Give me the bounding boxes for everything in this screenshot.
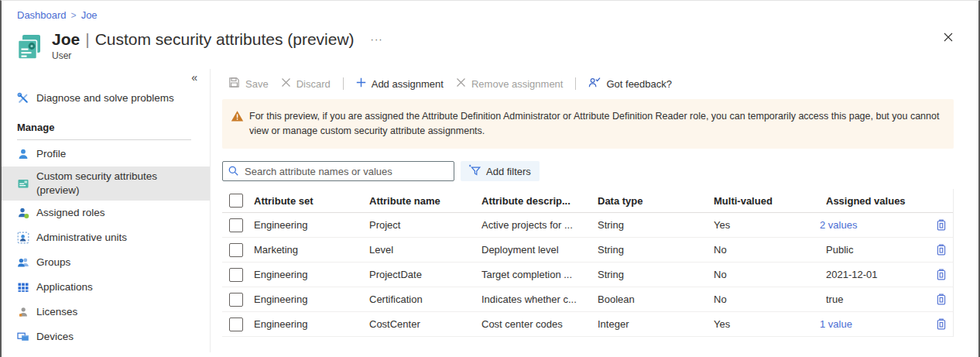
delete-assignment-button[interactable]: [934, 318, 948, 331]
trash-icon: [935, 222, 947, 234]
got-feedback-label: Got feedback?: [606, 78, 672, 90]
preview-warning-banner: For this preview, if you are assigned th…: [222, 99, 954, 149]
cell-attribute-description: Active projects for ...: [481, 219, 598, 231]
column-header-attribute-description: Attribute descrip...: [481, 195, 598, 207]
got-feedback-button[interactable]: Got feedback?: [582, 74, 678, 94]
sidebar-item-label: Devices: [36, 330, 74, 344]
delete-assignment-button[interactable]: [934, 218, 948, 232]
cell-data-type: Boolean: [598, 293, 714, 305]
add-filters-label: Add filters: [486, 166, 531, 177]
cell-attribute-set: Engineering: [254, 318, 369, 330]
discard-x-icon: [281, 77, 291, 90]
table-row: Engineering CostCenter Cost center codes…: [222, 312, 953, 337]
delete-assignment-button[interactable]: [934, 243, 948, 257]
cell-attribute-set: Engineering: [254, 293, 369, 305]
sidebar-item-groups[interactable]: Groups: [2, 250, 210, 275]
sidebar-item-diagnose[interactable]: Diagnose and solve problems: [2, 86, 210, 111]
breadcrumb-dashboard[interactable]: Dashboard: [17, 9, 67, 21]
feedback-person-icon: [588, 77, 601, 91]
table-row: Engineering ProjectDate Target completio…: [222, 263, 953, 287]
filter-row: Add filters: [222, 161, 954, 181]
cell-multi-valued: Yes: [714, 219, 826, 231]
sidebar-item-custom-security-attributes[interactable]: Custom security attributes (preview): [2, 166, 210, 201]
cell-attribute-description: Indicates whether c...: [481, 293, 598, 305]
cell-attribute-name: ProjectDate: [369, 269, 481, 280]
collapse-sidebar-button[interactable]: «: [2, 72, 210, 84]
cell-assigned-values: true: [826, 293, 934, 305]
toolbar-divider: [343, 77, 344, 90]
attributes-doc-icon: [17, 177, 29, 190]
devices-icon: [17, 331, 29, 343]
cell-attribute-name: CostCenter: [369, 318, 481, 330]
search-icon: [228, 165, 239, 180]
save-label: Save: [245, 78, 269, 90]
cell-multi-valued: No: [714, 293, 826, 305]
sidebar-item-label: Custom security attributes (preview): [36, 170, 195, 197]
save-icon: [228, 77, 240, 91]
row-checkbox[interactable]: [229, 293, 243, 307]
warning-triangle-icon: [231, 110, 244, 139]
close-icon: [943, 33, 954, 45]
table-row: Engineering Certification Indicates whet…: [222, 287, 953, 312]
searchbox: [222, 161, 454, 181]
licenses-icon: [17, 306, 29, 318]
add-assignment-label: Add assignment: [372, 78, 444, 90]
remove-assignment-label: Remove assignment: [471, 78, 564, 90]
cell-multi-valued: No: [714, 244, 826, 256]
assignments-table: Attribute set Attribute name Attribute d…: [222, 189, 954, 337]
sidebar-item-label: Assigned roles: [36, 206, 105, 220]
cell-attribute-description: Cost center codes: [481, 318, 598, 330]
blade-window: Dashboard > Joe Joe | Custom security at…: [0, 0, 980, 357]
assigned-roles-icon: [17, 207, 29, 219]
main-layout: « Diagnose and solve problems Manage: [2, 69, 978, 352]
remove-assignment-button[interactable]: Remove assignment: [450, 74, 570, 93]
sidebar-item-applications[interactable]: Applications: [2, 275, 210, 300]
breadcrumb-joe[interactable]: Joe: [81, 9, 98, 21]
assigned-values-link[interactable]: 1 value: [820, 318, 934, 330]
row-checkbox[interactable]: [229, 268, 243, 282]
page-title-primary: Joe: [52, 30, 80, 49]
sidebar-divider: [17, 139, 191, 140]
add-assignment-button[interactable]: Add assignment: [350, 74, 450, 93]
more-options-button[interactable]: ···: [371, 30, 383, 49]
sidebar-item-devices[interactable]: Devices: [2, 324, 210, 349]
row-checkbox[interactable]: [229, 318, 243, 331]
banner-text: For this preview, if you are assigned th…: [249, 109, 941, 139]
page-header: Joe | Custom security attributes (previe…: [2, 21, 978, 69]
save-button[interactable]: Save: [222, 74, 275, 94]
trash-icon: [935, 247, 947, 259]
discard-button[interactable]: Discard: [275, 74, 337, 93]
plus-icon: [356, 77, 366, 90]
sidebar: « Diagnose and solve problems Manage: [2, 69, 211, 352]
row-checkbox[interactable]: [229, 243, 243, 257]
sidebar-item-label: Profile: [36, 147, 66, 161]
assigned-values-link[interactable]: 2 values: [820, 219, 934, 231]
sidebar-item-assigned-roles[interactable]: Assigned roles: [2, 201, 210, 225]
delete-assignment-button[interactable]: [934, 293, 948, 307]
sidebar-item-label: Applications: [36, 280, 93, 294]
sidebar-item-label: Administrative units: [36, 231, 127, 245]
cell-attribute-name: Project: [369, 219, 481, 231]
column-header-multi-valued: Multi-valued: [714, 195, 826, 207]
cell-attribute-name: Level: [369, 244, 481, 256]
add-filters-button[interactable]: Add filters: [461, 161, 540, 181]
select-all-checkbox[interactable]: [229, 194, 243, 208]
sidebar-item-label: Diagnose and solve problems: [36, 91, 174, 105]
sidebar-item-licenses[interactable]: Licenses: [2, 300, 210, 324]
custom-security-attributes-icon: [14, 32, 45, 63]
content-area: Save Discard Add assignment: [211, 69, 954, 352]
search-input[interactable]: [222, 161, 454, 181]
title-block: Joe | Custom security attributes (previe…: [52, 30, 965, 61]
sidebar-item-label: Licenses: [36, 305, 77, 319]
close-blade-button[interactable]: [940, 29, 957, 48]
cell-data-type: String: [598, 269, 714, 280]
command-bar: Save Discard Add assignment: [222, 72, 954, 95]
row-checkbox[interactable]: [229, 218, 243, 232]
sidebar-item-profile[interactable]: Profile: [2, 142, 210, 166]
cell-multi-valued: Yes: [714, 318, 826, 330]
filter-plus-icon: [469, 164, 481, 179]
trash-icon: [935, 272, 947, 283]
trash-icon: [935, 321, 947, 333]
sidebar-item-administrative-units[interactable]: Administrative units: [2, 225, 210, 250]
delete-assignment-button[interactable]: [934, 268, 948, 282]
